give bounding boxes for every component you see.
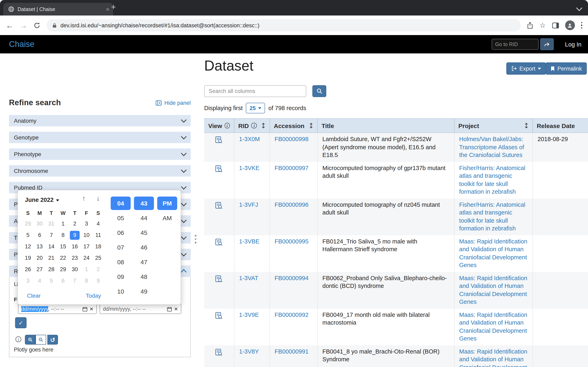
- calendar-day-selected[interactable]: 9: [69, 230, 81, 241]
- hour-option[interactable]: 06: [111, 229, 131, 236]
- calendar-day[interactable]: 2: [69, 218, 81, 230]
- calendar-day[interactable]: 23: [69, 252, 81, 264]
- calendar-day[interactable]: 12: [22, 241, 34, 252]
- calendar-day[interactable]: 8: [81, 275, 92, 287]
- address-bar[interactable]: dev.isrd.isi.edu/~ansingh/chaise/records…: [47, 19, 521, 31]
- calendar-day[interactable]: 29: [57, 264, 69, 275]
- login-link[interactable]: Log In: [565, 41, 581, 48]
- calendar-day[interactable]: 17: [81, 241, 92, 252]
- next-month-arrow-icon[interactable]: ↓: [96, 194, 100, 203]
- calendar-day[interactable]: 15: [57, 241, 69, 252]
- calendar-day[interactable]: 7: [45, 230, 57, 241]
- column-header-project[interactable]: Project: [458, 122, 528, 129]
- facet-genotype[interactable]: Genotype: [9, 132, 191, 143]
- view-record-icon[interactable]: [215, 202, 223, 209]
- column-header-rid[interactable]: RIDi: [238, 122, 265, 129]
- sort-icon[interactable]: [261, 123, 265, 128]
- profile-avatar[interactable]: [565, 20, 575, 30]
- minute-option[interactable]: 48: [134, 273, 154, 280]
- calendar-day[interactable]: 19: [22, 252, 34, 264]
- hour-option[interactable]: 09: [111, 273, 131, 280]
- prev-month-arrow-icon[interactable]: ↑: [82, 194, 86, 203]
- month-selector[interactable]: June 2022: [25, 197, 59, 203]
- calendar-day[interactable]: 6: [34, 230, 45, 241]
- today-link[interactable]: Today: [86, 292, 101, 299]
- apply-range-button[interactable]: ✓: [15, 317, 26, 328]
- new-tab-button[interactable]: +: [111, 2, 116, 12]
- project-link[interactable]: Fisher/Harris: Anatomical atlas and tran…: [459, 201, 525, 232]
- accession-link[interactable]: FB00000994: [275, 275, 309, 281]
- calendar-day[interactable]: 4: [34, 275, 45, 287]
- bookmark-star-icon[interactable]: ☆: [540, 22, 546, 29]
- forward-button[interactable]: →: [20, 21, 27, 29]
- hour-option[interactable]: 05: [111, 214, 131, 221]
- calendar-day[interactable]: 24: [81, 252, 92, 264]
- calendar-day[interactable]: 16: [69, 241, 81, 252]
- project-link[interactable]: Holmes/Van Bakel/Jabs: Transcriptome Atl…: [459, 136, 524, 158]
- back-button[interactable]: ←: [6, 21, 13, 29]
- accession-link[interactable]: FB00000997: [275, 165, 309, 171]
- calendar-day[interactable]: 4: [92, 218, 104, 230]
- view-record-icon[interactable]: [215, 312, 223, 319]
- minute-option[interactable]: 47: [134, 258, 154, 265]
- calendar-day[interactable]: 18: [92, 241, 104, 252]
- rid-link[interactable]: 1-3X0M: [239, 136, 260, 142]
- tab-close-icon[interactable]: ×: [106, 6, 109, 12]
- share-icon[interactable]: [527, 22, 534, 29]
- calendar-day[interactable]: 11: [92, 230, 104, 241]
- zoom-reset-button[interactable]: ↺: [47, 335, 58, 345]
- calendar-day[interactable]: 31: [45, 218, 57, 230]
- minute-option[interactable]: 44: [134, 214, 154, 221]
- rid-link[interactable]: 1-3V9E: [239, 311, 259, 318]
- project-link[interactable]: Maas: Rapid Identification and Validatio…: [459, 311, 527, 342]
- project-link[interactable]: Maas: Rapid Identification and Validatio…: [459, 275, 527, 305]
- calendar-day[interactable]: 3: [81, 218, 92, 230]
- calendar-day[interactable]: 2: [92, 264, 104, 275]
- clear-link[interactable]: Clear: [27, 292, 41, 299]
- calendar-day[interactable]: 29: [22, 218, 34, 230]
- page-size-dropdown[interactable]: 25: [246, 103, 265, 113]
- calendar-day[interactable]: 14: [45, 241, 57, 252]
- goto-rid-button[interactable]: [540, 38, 553, 50]
- facet-phenotype[interactable]: Phenotype: [9, 149, 191, 160]
- info-icon[interactable]: i: [251, 123, 257, 128]
- browser-tab[interactable]: Dataset | Chaise ×: [3, 3, 113, 16]
- view-record-icon[interactable]: [215, 165, 223, 172]
- rid-link[interactable]: 1-3VFJ: [239, 201, 258, 208]
- calendar-day[interactable]: 13: [34, 241, 45, 252]
- view-record-icon[interactable]: [215, 349, 223, 356]
- accession-link[interactable]: FB00000992: [275, 311, 309, 318]
- clear-date-icon[interactable]: ✕: [174, 306, 178, 312]
- calendar-day[interactable]: 30: [34, 218, 45, 230]
- project-link[interactable]: Maas: Rapid Identification and Validatio…: [459, 238, 527, 268]
- calendar-day[interactable]: 21: [45, 252, 57, 264]
- project-link[interactable]: Maas: Rapid Identification and Validatio…: [459, 348, 527, 367]
- calendar-day[interactable]: 26: [22, 264, 34, 275]
- calendar-day[interactable]: 5: [45, 275, 57, 287]
- site-info-lock-icon[interactable]: [52, 23, 57, 28]
- sort-icon[interactable]: [524, 123, 528, 128]
- hour-option[interactable]: 08: [111, 258, 131, 265]
- selected-meridiem[interactable]: PM: [157, 197, 177, 210]
- calendar-icon[interactable]: [82, 307, 87, 311]
- panel-resize-handle[interactable]: [195, 235, 196, 243]
- accession-link[interactable]: FB00000991: [275, 348, 309, 355]
- column-header-accession[interactable]: Accession: [274, 122, 313, 129]
- zoom-out-button[interactable]: [35, 335, 46, 345]
- meridiem-option[interactable]: AM: [157, 214, 177, 221]
- hour-option[interactable]: 07: [111, 244, 131, 250]
- calendar-day[interactable]: 3: [22, 275, 34, 287]
- calendar-day[interactable]: 1: [57, 218, 69, 230]
- sort-icon[interactable]: [309, 123, 313, 128]
- from-date-input[interactable]: dd/mm/yyyy, --:-- -- ✕: [18, 304, 97, 314]
- hide-panel-link[interactable]: Hide panel: [156, 100, 191, 106]
- calendar-day[interactable]: 5: [22, 230, 34, 241]
- calendar-day[interactable]: 28: [45, 264, 57, 275]
- calendar-day[interactable]: 6: [57, 275, 69, 287]
- side-panel-icon[interactable]: [552, 22, 559, 28]
- rid-link[interactable]: 1-3VAT: [239, 275, 258, 281]
- calendar-day[interactable]: 27: [34, 264, 45, 275]
- calendar-icon[interactable]: [167, 307, 172, 311]
- calendar-day[interactable]: 30: [69, 264, 81, 275]
- calendar-day[interactable]: 22: [57, 252, 69, 264]
